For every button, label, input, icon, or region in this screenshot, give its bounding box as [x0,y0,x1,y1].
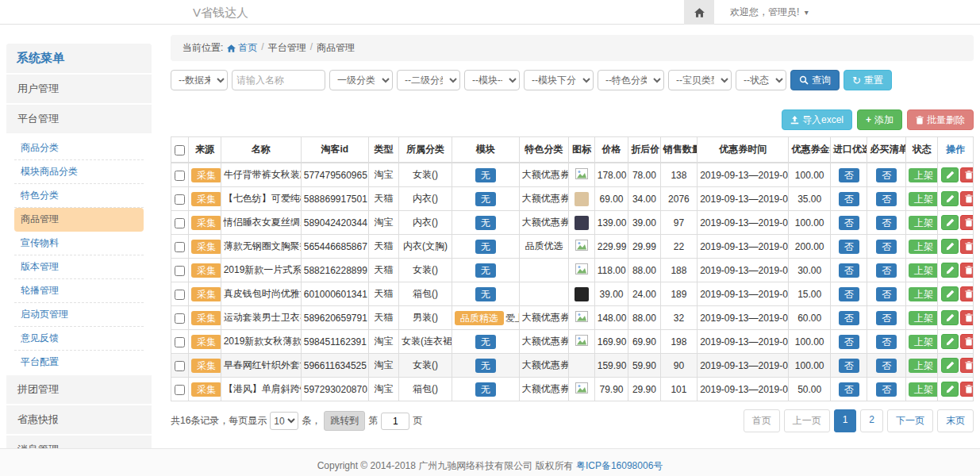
pager-button-1[interactable]: 上一页 [784,409,830,432]
pager-button-4[interactable]: 下一页 [887,409,933,432]
row-checkbox[interactable] [175,313,185,324]
must-buy-badge[interactable]: 否 [876,168,897,182]
import-badge[interactable]: 否 [839,168,859,182]
sidebar-item-11[interactable]: 平台配置 [14,351,144,374]
status-badge[interactable]: 上架 [909,192,938,206]
edit-button[interactable] [941,334,959,349]
import-badge[interactable]: 否 [839,240,859,254]
filter-select-8[interactable]: --状态-- [736,70,786,90]
row-checkbox[interactable] [175,218,185,228]
edit-button[interactable] [941,215,959,230]
sidebar-item-8[interactable]: 轮播管理 [14,279,144,303]
search-button[interactable]: 查询 [790,70,840,90]
row-checkbox[interactable] [175,385,185,395]
edit-button[interactable] [941,191,959,206]
edit-button[interactable] [941,263,959,278]
row-checkbox[interactable] [175,171,185,181]
edit-button[interactable] [941,310,959,325]
must-buy-badge[interactable]: 否 [876,359,897,373]
import-badge[interactable]: 否 [839,382,859,397]
import-badge[interactable]: 否 [839,216,859,230]
import-badge[interactable]: 否 [839,287,859,301]
import-badge[interactable]: 否 [839,311,859,325]
breadcrumb-home-link[interactable]: 首页 [227,41,257,55]
row-checkbox[interactable] [175,337,185,347]
add-button[interactable]: + 添加 [857,109,902,130]
status-badge[interactable]: 上架 [909,263,938,278]
sidebar-item-0[interactable]: 用户管理 [6,75,152,105]
status-badge[interactable]: 上架 [909,168,938,182]
import-badge[interactable]: 否 [839,359,859,373]
delete-button[interactable] [960,382,973,397]
delete-button[interactable] [960,310,973,325]
must-buy-badge[interactable]: 否 [876,382,897,397]
sidebar-item-7[interactable]: 版本管理 [14,255,144,279]
status-badge[interactable]: 上架 [909,335,938,349]
must-buy-badge[interactable]: 否 [876,335,897,349]
delete-button[interactable] [960,215,973,230]
row-checkbox[interactable] [175,242,185,252]
delete-button[interactable] [960,358,973,373]
import-excel-button[interactable]: 导入excel [782,109,852,130]
filter-select-3[interactable]: --二级分类-- [397,70,460,90]
status-badge[interactable]: 上架 [909,382,938,397]
delete-button[interactable] [960,191,973,206]
sidebar-item-9[interactable]: 启动页管理 [14,303,144,327]
user-menu[interactable]: 欢迎您，管理员! ▾ [730,6,809,19]
status-badge[interactable]: 上架 [909,359,938,373]
sidebar-item-4[interactable]: 特色分类 [14,184,144,208]
edit-button[interactable] [941,239,959,254]
filter-select-5[interactable]: --模块下分类-- [524,70,594,90]
pager-button-page-1[interactable]: 1 [834,409,857,432]
edit-button[interactable] [941,358,959,373]
sidebar-item-5[interactable]: 商品管理 [14,208,144,232]
filter-select-4[interactable]: --模块-- [464,70,520,90]
status-badge[interactable]: 上架 [909,240,938,254]
batch-delete-button[interactable]: 批量删除 [907,109,974,130]
delete-button[interactable] [960,286,973,301]
sidebar-item-2[interactable]: 商品分类 [14,136,144,160]
must-buy-badge[interactable]: 否 [876,216,897,230]
sidebar-item-12[interactable]: 拼团管理 [6,375,152,405]
home-button[interactable] [684,0,714,25]
edit-button[interactable] [941,286,959,301]
filter-select-2[interactable]: 一级分类 [329,70,393,90]
row-checkbox[interactable] [175,266,185,276]
delete-button[interactable] [960,239,973,254]
must-buy-badge[interactable]: 否 [876,192,897,206]
filter-select-7[interactable]: --宝贝类型-- [668,70,732,90]
row-checkbox[interactable] [175,361,185,371]
sidebar-item-1[interactable]: 平台管理 [6,105,152,135]
sidebar-item-6[interactable]: 宣传物料 [14,232,144,255]
icp-link[interactable]: 粤ICP备16098006号 [576,460,663,471]
delete-button[interactable] [960,263,973,278]
must-buy-badge[interactable]: 否 [876,240,897,254]
pager-button-5[interactable]: 末页 [937,409,974,432]
delete-button[interactable] [960,334,973,349]
pager-button-0[interactable]: 首页 [744,409,780,432]
edit-button[interactable] [941,382,959,397]
edit-button[interactable] [941,167,959,182]
status-badge[interactable]: 上架 [909,216,938,230]
import-badge[interactable]: 否 [839,192,859,206]
jump-page-input[interactable] [381,413,409,430]
select-all-checkbox[interactable] [175,145,185,155]
reset-button[interactable]: ↻ 重置 [844,70,892,90]
import-badge[interactable]: 否 [839,335,859,349]
sidebar-item-10[interactable]: 意见反馈 [14,327,144,351]
sidebar-item-3[interactable]: 模块商品分类 [14,160,144,184]
must-buy-badge[interactable]: 否 [876,287,897,301]
row-checkbox[interactable] [175,290,185,300]
filter-select-6[interactable]: --特色分类-- [598,70,664,90]
status-badge[interactable]: 上架 [909,287,938,301]
import-badge[interactable]: 否 [839,263,859,278]
must-buy-badge[interactable]: 否 [876,263,897,278]
delete-button[interactable] [960,167,973,182]
must-buy-badge[interactable]: 否 [876,311,897,325]
sidebar-item-13[interactable]: 省惠快报 [6,405,152,436]
pager-button-page-2[interactable]: 2 [860,409,883,432]
per-page-select[interactable]: 10 [270,412,298,430]
row-checkbox[interactable] [175,194,185,205]
jump-button[interactable]: 跳转到 [324,411,365,431]
status-badge[interactable]: 上架 [909,311,938,325]
